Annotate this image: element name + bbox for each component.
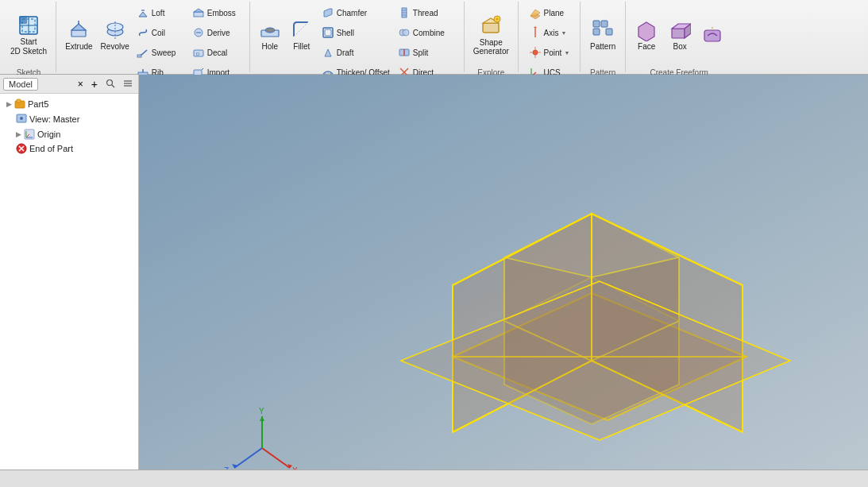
viewport[interactable]: Z X Y — [139, 75, 868, 470]
shell-button[interactable]: Shell — [318, 23, 393, 42]
extrude-button[interactable]: Extrude — [61, 3, 96, 67]
svg-point-66 — [107, 79, 113, 85]
svg-text:Y: Y — [259, 407, 264, 415]
fillet-button[interactable]: Fillet — [287, 3, 317, 67]
hole-icon — [259, 19, 281, 41]
tree-item-origin[interactable]: ▶ Origin — [0, 127, 138, 141]
face-button[interactable]: Face — [631, 3, 662, 67]
tree-item-origin-label: Origin — [37, 129, 60, 139]
svg-rect-16 — [194, 12, 203, 17]
origin-icon — [24, 129, 35, 140]
sidebar: Model × + ▶ Part5 — [0, 75, 139, 470]
thread-button[interactable]: Thread — [395, 3, 459, 22]
axis-icon — [529, 26, 542, 39]
svg-point-9 — [107, 23, 123, 31]
loft-icon — [137, 6, 149, 19]
start-2d-sketch-label: Start 2D Sketch — [10, 37, 47, 56]
pattern-button[interactable]: Pattern — [585, 3, 620, 67]
split-label: Split — [413, 48, 428, 57]
sketch-row: Start 2D Sketch — [6, 3, 51, 67]
split-icon — [398, 46, 411, 59]
revolve-icon — [104, 19, 126, 41]
point-chevron-icon: ▼ — [564, 50, 569, 56]
shape-generator-button[interactable]: Shape Generator — [469, 3, 513, 67]
axis-button[interactable]: Axis ▼ — [526, 23, 573, 42]
svg-marker-28 — [325, 49, 331, 56]
toolbar-group-freeform: Face Box Create Freeform — [627, 2, 732, 72]
face-icon — [635, 19, 658, 41]
chamfer-button[interactable]: Chamfer — [318, 3, 393, 22]
svg-rect-27 — [325, 29, 331, 36]
menu-icon[interactable] — [121, 79, 135, 90]
chamfer-icon — [322, 6, 334, 19]
combine-button[interactable]: Combine — [395, 23, 459, 42]
pattern-icon — [592, 19, 614, 41]
toolbar-group-pattern: Pattern Pattern — [582, 2, 626, 72]
point-icon — [529, 46, 542, 59]
sketch-icon — [17, 14, 40, 37]
svg-marker-6 — [71, 24, 86, 30]
svg-rect-39 — [483, 23, 499, 33]
freeform-more-icon — [701, 24, 723, 46]
statusbar — [0, 470, 868, 487]
box-button[interactable]: Box — [664, 3, 696, 67]
expand-icon-origin: ▶ — [16, 130, 21, 138]
freeform-more-button[interactable] — [697, 3, 727, 67]
search-icon[interactable] — [103, 79, 118, 90]
coil-label: Coil — [152, 29, 165, 37]
coil-button[interactable]: Coil — [133, 23, 189, 42]
shape-generator-label: Shape Generator — [473, 38, 509, 56]
split-button[interactable]: Split — [395, 43, 459, 62]
face-label: Face — [638, 42, 655, 51]
emboss-label: Emboss — [207, 9, 236, 17]
decal-label: Decal — [207, 48, 228, 57]
start-2d-sketch-button[interactable]: Start 2D Sketch — [6, 3, 51, 67]
svg-rect-56 — [593, 21, 600, 27]
toolbar: Start 2D Sketch Sketch Extrude — [0, 0, 868, 75]
sweep-label: Sweep — [152, 48, 176, 57]
box-label: Box — [673, 42, 687, 51]
svg-rect-4 — [19, 16, 27, 24]
tree-item-part5-label: Part5 — [28, 99, 48, 109]
combine-label: Combine — [413, 29, 445, 37]
derive-button[interactable]: Derive — [189, 23, 245, 42]
svg-text:D: D — [196, 52, 200, 56]
part-icon — [14, 99, 25, 110]
toolbar-group-sketch: Start 2D Sketch Sketch — [3, 2, 56, 72]
decal-icon: D — [192, 46, 205, 59]
create-row-top: Extrude Revolve Loft — [61, 3, 245, 82]
svg-text:Z: Z — [224, 466, 229, 470]
add-tab-button[interactable]: + — [89, 78, 100, 91]
plane-button[interactable]: Plane — [526, 3, 573, 22]
toolbar-group-explore: Shape Generator Explore — [466, 2, 519, 72]
emboss-button[interactable]: Emboss — [189, 3, 245, 22]
hole-label: Hole — [261, 42, 278, 51]
svg-rect-59 — [606, 29, 612, 35]
end-of-part-icon — [16, 143, 27, 154]
sweep-icon — [137, 46, 149, 59]
fillet-icon — [291, 19, 313, 41]
point-label: Point — [544, 48, 562, 57]
tab-model[interactable]: Model — [3, 78, 38, 91]
thread-label: Thread — [413, 9, 438, 17]
axis-label: Axis — [544, 29, 559, 37]
pattern-label: Pattern — [590, 42, 615, 51]
svg-line-23 — [202, 68, 203, 70]
hole-button[interactable]: Hole — [255, 3, 285, 67]
revolve-button[interactable]: Revolve — [97, 3, 133, 67]
svg-rect-58 — [593, 29, 600, 35]
decal-button[interactable]: D Decal — [189, 43, 245, 62]
close-tab-button[interactable]: × — [75, 79, 86, 90]
point-button[interactable]: Point ▼ — [526, 43, 573, 62]
sweep-button[interactable]: Sweep — [133, 43, 189, 62]
tree-item-view-master-label: View: Master — [29, 114, 79, 124]
loft-button[interactable]: Loft — [133, 3, 189, 22]
svg-rect-61 — [672, 29, 685, 38]
draft-button[interactable]: Draft — [318, 43, 393, 62]
combine-icon — [398, 26, 411, 39]
toolbar-group-work-features: Plane Axis ▼ — [520, 2, 581, 72]
tree-item-part5[interactable]: ▶ Part5 — [0, 97, 138, 111]
thread-icon — [398, 6, 411, 19]
tree-item-view-master[interactable]: View: Master — [0, 111, 138, 127]
tree-item-end-of-part[interactable]: End of Part — [0, 141, 138, 156]
